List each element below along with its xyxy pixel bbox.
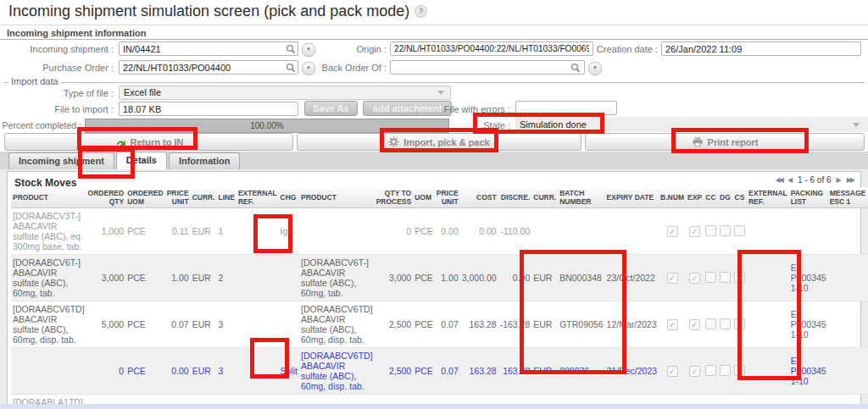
- print-report-button[interactable]: Print report: [585, 133, 865, 151]
- cell-batch_number: BN000348: [558, 255, 604, 301]
- table-row[interactable]: [DORAABCV3T-] ABACAVIR sulfate (ABC), eq…: [11, 208, 868, 255]
- bnum-checkbox: ✓: [667, 319, 678, 330]
- save-as-button[interactable]: Save As: [304, 101, 358, 116]
- cell-message_esc1: [828, 208, 868, 255]
- cell-external_ref1: [236, 348, 279, 395]
- cell-price_unit2: 1.00: [435, 255, 460, 301]
- cell-bnum: ✓: [659, 255, 686, 301]
- column-header-product2[interactable]: PRODUCT: [299, 187, 375, 208]
- cs-checkbox: [734, 365, 745, 376]
- cell-batch_number: 800076: [558, 348, 604, 395]
- pager-text: 1 - 6 of 6: [798, 175, 831, 185]
- column-header-dg[interactable]: DG: [718, 187, 732, 208]
- column-header-discre[interactable]: DISCRE.: [498, 187, 532, 208]
- horizontal-scrollbar[interactable]: [0, 404, 868, 409]
- pager-next-icon[interactable]: ▶: [837, 176, 842, 184]
- cell-packing_list: E-PL00345 1-10: [789, 255, 828, 301]
- import-data-legend: Import data: [8, 76, 61, 86]
- cs-checkbox: [734, 272, 745, 283]
- search-icon[interactable]: [286, 44, 296, 54]
- column-header-external_ref2[interactable]: EXTERNAL REF.: [747, 187, 789, 208]
- cell-line: 2: [217, 255, 236, 301]
- file-to-import-label: File to import :: [0, 104, 114, 114]
- back-order-input[interactable]: [390, 60, 585, 75]
- creation-date-input[interactable]: [661, 41, 861, 56]
- column-header-curr2[interactable]: CURR.: [531, 187, 558, 208]
- gear-icon: [388, 136, 399, 147]
- column-header-message_esc1[interactable]: MESSAGE ESC 1: [828, 187, 868, 208]
- cell-discre: 0.00: [498, 255, 532, 301]
- file-to-import-input[interactable]: [119, 102, 298, 116]
- tab-incoming-shipment[interactable]: Incoming shipment: [8, 152, 114, 169]
- cell-curr1: EUR: [191, 208, 217, 255]
- pager-first-icon[interactable]: ◀◀: [776, 176, 782, 184]
- cell-qty_to_process: 2,500: [375, 348, 414, 395]
- cell-curr1: EUR: [191, 348, 217, 395]
- cell-packing_list: [789, 208, 828, 255]
- column-header-exp[interactable]: EXP: [686, 187, 704, 208]
- search-icon[interactable]: [286, 63, 296, 73]
- cell-curr2: [531, 208, 558, 255]
- cell-cs: [732, 348, 747, 395]
- table-row[interactable]: [DORAABCV6T-] ABACAVIR sulfate (ABC), 60…: [11, 255, 868, 301]
- chevron-down-icon: [853, 123, 860, 127]
- column-header-curr1[interactable]: CURR.: [191, 187, 217, 208]
- cell-product2: [DORAABCV6T-] ABACAVIR sulfate (ABC), 60…: [299, 255, 375, 301]
- table-row[interactable]: 0PCE0.00EUR3Split[DORAABCV6TD] ABACAVIR …: [11, 348, 868, 395]
- import-pick-pack-button[interactable]: Import, pick & pack: [297, 133, 581, 151]
- file-with-errors-input[interactable]: [515, 101, 617, 115]
- cell-product1: [11, 348, 86, 395]
- tab-details[interactable]: Details: [116, 152, 167, 169]
- search-icon[interactable]: [570, 63, 581, 73]
- pager-last-icon[interactable]: ▶▶: [847, 176, 854, 184]
- return-to-in-button[interactable]: Return to IN: [4, 133, 293, 151]
- cell-batch_number: [558, 208, 604, 255]
- printer-icon: [692, 136, 704, 147]
- column-header-ordered_qty[interactable]: ORDERED QTY: [86, 187, 126, 208]
- column-header-expiry_date[interactable]: EXPIRY DATE: [605, 187, 659, 208]
- state-select[interactable]: Simulation done: [515, 117, 868, 132]
- cell-cs: [732, 255, 747, 301]
- column-header-uom2[interactable]: UOM: [413, 187, 435, 208]
- column-header-cc[interactable]: CC: [704, 187, 718, 208]
- column-header-line[interactable]: LINE: [217, 187, 236, 208]
- cell-uom2: PCE: [413, 208, 435, 255]
- cell-cost: 163.28: [460, 301, 498, 348]
- pager: ◀◀ ◀ 1 - 6 of 6 ▶ ▶▶: [776, 175, 854, 185]
- cell-cc: [704, 348, 718, 395]
- cell-product1: [DORAABCV6TD] ABACAVIR sulfate (ABC), 60…: [11, 301, 86, 348]
- incoming-shipment-input[interactable]: [119, 41, 298, 56]
- column-header-chg[interactable]: CHG: [279, 187, 299, 208]
- column-header-ordered_uom[interactable]: ORDERED UOM: [125, 187, 165, 208]
- cell-external_ref1: [236, 301, 279, 348]
- column-header-cs[interactable]: CS: [732, 187, 747, 208]
- column-header-product1[interactable]: PRODUCT: [11, 187, 86, 208]
- cell-product2: [299, 208, 375, 255]
- column-header-external_ref1[interactable]: EXTERNAL REF.: [236, 187, 279, 208]
- tab-information[interactable]: Information: [169, 152, 241, 169]
- cell-price_unit2: 0.07: [435, 348, 460, 395]
- purchase-order-input[interactable]: [119, 60, 298, 75]
- origin-input[interactable]: [390, 41, 593, 56]
- column-header-bnum[interactable]: B.NUM: [659, 187, 686, 208]
- stock-moves-panel: Stock Moves ◀◀ ◀ 1 - 6 of 6 ▶ ▶▶ PRODUCT…: [7, 171, 861, 409]
- type-of-file-select[interactable]: Excel file: [119, 86, 451, 100]
- column-header-packing_list[interactable]: PACKING LIST: [789, 187, 828, 208]
- pager-prev-icon[interactable]: ◀: [787, 176, 793, 184]
- column-header-batch_number[interactable]: BATCH NUMBER: [558, 187, 604, 208]
- cell-curr1: EUR: [191, 301, 217, 348]
- cell-exp: ✓: [686, 348, 704, 395]
- cc-checkbox: [705, 225, 716, 236]
- column-header-qty_to_process[interactable]: QTY TO PROCESS: [375, 187, 414, 208]
- help-icon[interactable]: ?: [415, 5, 427, 18]
- table-row[interactable]: [DORAABCV6TD] ABACAVIR sulfate (ABC), 60…: [11, 301, 868, 348]
- page: Incoming shipment simulation screen (pic…: [0, 0, 868, 409]
- cell-cc: [704, 255, 718, 301]
- column-header-price_unit2[interactable]: PRICE UNIT: [435, 187, 460, 208]
- back-order-dropdown-icon[interactable]: ▼: [588, 62, 602, 75]
- column-header-cost[interactable]: COST: [460, 187, 498, 208]
- column-header-price_unit1[interactable]: PRICE UNIT: [165, 187, 191, 208]
- cs-checkbox: [734, 225, 745, 236]
- cell-bnum: ✓: [659, 208, 686, 255]
- cell-external_ref2: [747, 301, 789, 348]
